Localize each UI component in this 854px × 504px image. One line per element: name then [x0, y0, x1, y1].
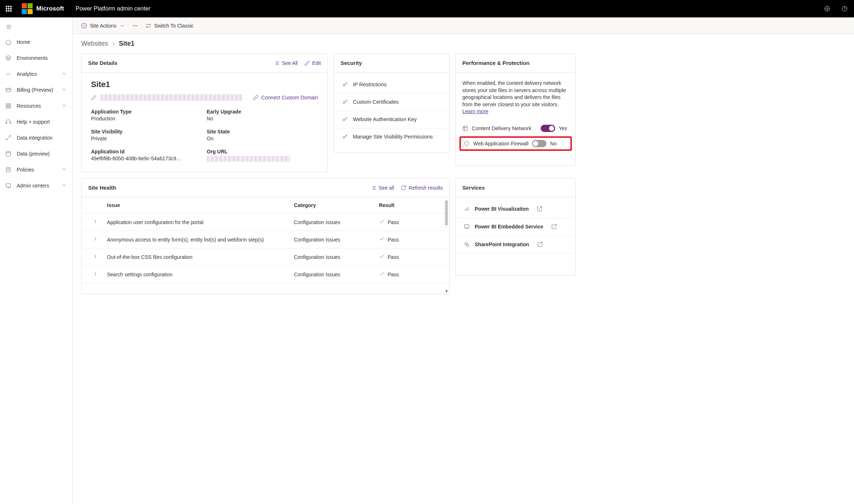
cdn-toggle-state: Yes	[559, 125, 569, 131]
security-item-label: Manage Site Visibility Permissions	[353, 133, 433, 140]
security-ip-restrictions[interactable]: IP Restrictions	[334, 76, 449, 94]
issue-cell: Application user configuration for the p…	[107, 219, 294, 225]
state-value: On	[207, 136, 301, 141]
expand-row-button[interactable]	[92, 253, 107, 260]
site-health-card: Site Health See all Refresh results Issu…	[81, 178, 450, 294]
health-row: Anonymous access to entity form(s), enti…	[82, 231, 449, 248]
refresh-results-button[interactable]: Refresh results	[401, 185, 443, 191]
nav-environments[interactable]: Environments	[0, 50, 72, 66]
check-icon	[379, 219, 385, 226]
analytics-icon	[5, 71, 12, 77]
edit-button[interactable]: Edit	[304, 60, 321, 66]
nav-data-preview[interactable]: Data (preview)	[0, 146, 72, 162]
svg-line-15	[7, 136, 11, 140]
resources-icon	[5, 103, 12, 109]
security-card: Security IP Restrictions Custom Certific…	[334, 53, 450, 153]
microsoft-logo-tiles	[22, 3, 33, 14]
category-cell: Configuration Issues	[294, 219, 379, 225]
svg-rect-14	[10, 122, 11, 124]
refresh-icon	[401, 185, 407, 191]
category-cell: Configuration Issues	[294, 237, 379, 243]
main-region: Site Actions Switch To Classic Websites …	[73, 17, 854, 504]
switch-classic-button[interactable]: Switch To Classic	[145, 23, 194, 29]
policies-icon	[5, 166, 12, 173]
nav-resources[interactable]: Resources	[0, 98, 72, 114]
key-icon	[342, 99, 348, 105]
waf-toggle[interactable]	[532, 140, 546, 147]
admin-centers-icon	[5, 182, 12, 189]
visibility-value: Private	[91, 136, 185, 141]
nav-analytics[interactable]: Analytics	[0, 66, 72, 82]
svg-point-25	[137, 25, 137, 26]
shield-icon	[464, 141, 470, 146]
issue-cell: Out-of-the-box CSS files configuration	[107, 254, 294, 260]
refresh-label: Refresh results	[409, 185, 443, 191]
chevron-right-icon	[92, 253, 98, 259]
home-icon	[5, 39, 12, 45]
svg-rect-11	[9, 106, 11, 108]
early-upgrade-value: No	[207, 116, 301, 121]
security-auth-key[interactable]: Website Authentication Key	[334, 111, 449, 128]
state-label: Site State	[207, 129, 318, 135]
help-button[interactable]	[836, 0, 853, 17]
nav-help-support[interactable]: Help + support	[0, 114, 72, 130]
list-icon	[371, 185, 376, 191]
health-row: Application user configuration for the p…	[82, 214, 449, 231]
nav-label: Environments	[17, 55, 48, 61]
expand-row-button[interactable]	[92, 236, 107, 243]
pencil-icon[interactable]	[91, 95, 97, 100]
chevron-down-icon	[61, 71, 67, 78]
hamburger-icon	[6, 24, 12, 30]
col-issue-header: Issue	[107, 202, 294, 208]
cdn-toggle[interactable]	[541, 125, 555, 132]
result-cell: Pass	[379, 253, 438, 260]
service-powerbi-embedded[interactable]: Power BI Embedded Service	[456, 218, 575, 236]
key-icon	[342, 134, 348, 140]
microsoft-logo[interactable]: Microsoft	[17, 3, 69, 14]
sharepoint-icon	[464, 241, 470, 247]
nav-collapse-button[interactable]	[0, 20, 17, 34]
external-link-icon	[537, 206, 542, 212]
site-actions-menu[interactable]: Site Actions	[81, 23, 125, 29]
see-all-button[interactable]: See All	[274, 60, 298, 66]
chevron-down-icon	[61, 182, 67, 189]
expand-row-button[interactable]	[92, 271, 107, 278]
service-sharepoint[interactable]: SharePoint Integration	[456, 236, 575, 253]
nav-home[interactable]: Home	[0, 34, 72, 50]
nav-data-integration[interactable]: Data integration	[0, 130, 72, 146]
more-actions-button[interactable]	[132, 23, 138, 29]
svg-rect-10	[9, 104, 11, 106]
issue-cell: Search settings configuration	[107, 272, 294, 277]
list-icon	[274, 60, 280, 66]
nav-admin-centers[interactable]: Admin centers	[0, 178, 72, 194]
app-launcher-button[interactable]	[0, 0, 17, 17]
service-powerbi-viz[interactable]: Power BI Visualization	[456, 200, 575, 218]
more-icon	[132, 23, 138, 29]
edit-label: Edit	[312, 60, 321, 66]
pencil-icon	[304, 60, 310, 66]
expand-row-button[interactable]	[92, 219, 107, 226]
security-visibility-perms[interactable]: Manage Site Visibility Permissions	[334, 128, 449, 145]
connect-domain-label: Connect Custom Domain	[261, 95, 318, 100]
nav-policies[interactable]: Policies	[0, 162, 72, 178]
settings-button[interactable]	[818, 0, 836, 17]
app-id-value: 49ef6f8b-6050-408b-be9c-54ab173c9…	[91, 156, 185, 161]
scroll-down-arrow[interactable]: ▼	[445, 289, 449, 293]
learn-more-link[interactable]: Learn more	[462, 108, 488, 114]
chevron-down-icon	[61, 87, 67, 94]
connect-domain-button[interactable]: Connect Custom Domain	[246, 95, 318, 100]
card-title: Site Details	[88, 60, 117, 66]
nav-billing[interactable]: Billing (Preview)	[0, 82, 72, 98]
svg-rect-38	[463, 126, 467, 131]
breadcrumb-root[interactable]: Websites	[81, 40, 108, 47]
bar-chart-icon	[464, 206, 470, 212]
scrollbar-thumb[interactable]	[445, 200, 448, 226]
headset-icon	[5, 119, 12, 125]
early-upgrade-label: Early Upgrade	[207, 109, 318, 115]
health-see-all-button[interactable]: See all	[371, 185, 394, 191]
result-cell: Pass	[379, 236, 438, 243]
breadcrumb-current: Site1	[119, 40, 135, 47]
security-custom-certs[interactable]: Custom Certificates	[334, 94, 449, 111]
svg-rect-7	[6, 88, 11, 91]
external-link-icon	[551, 224, 557, 230]
